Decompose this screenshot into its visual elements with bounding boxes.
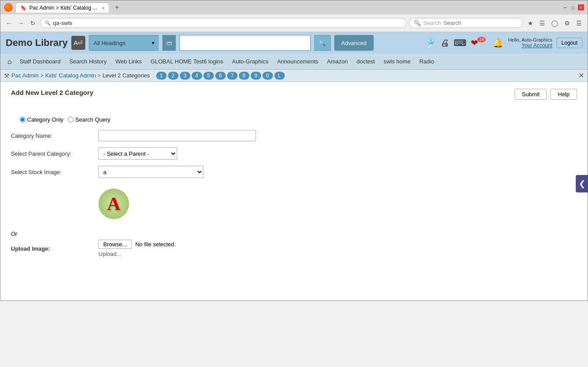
nav-auto-graphics[interactable]: Auto-Graphics: [228, 55, 273, 68]
refresh-button[interactable]: ↻: [28, 18, 37, 28]
page-pill-7[interactable]: 7: [227, 72, 238, 80]
select-stock-dropdown[interactable]: a: [98, 166, 203, 178]
breadcrumb-sep-1: >: [40, 73, 43, 79]
page-pill-3[interactable]: 3: [180, 72, 190, 80]
main-search-input[interactable]: [179, 35, 311, 51]
advanced-search-button[interactable]: Advanced: [334, 35, 374, 51]
page-pill-1[interactable]: 1: [156, 72, 167, 80]
active-tab[interactable]: 🔖 Pac Admin > Kids' Catalog Adm ×: [15, 3, 109, 13]
new-tab-button[interactable]: +: [111, 2, 122, 13]
address-bar[interactable]: 🔍 qa-swls: [40, 18, 406, 28]
page-pill-6[interactable]: 6: [215, 72, 226, 80]
nav-staff-dashboard[interactable]: Staff Dashboard: [15, 55, 65, 68]
page-pill-4[interactable]: 4: [192, 72, 202, 80]
browser-search-bar[interactable]: 🔍 Search: [409, 18, 523, 28]
address-text: qa-swls: [53, 20, 402, 26]
database-icon-button[interactable]: 🗃: [162, 35, 176, 51]
breadcrumb-bar: ⚒ Pac Admin > Kids' Catalog Admin > Leve…: [0, 70, 588, 82]
user-info[interactable]: Hello, Auto-Graphics Your Account: [508, 37, 552, 49]
page-title: Add New Level 2 Category: [11, 89, 93, 96]
nav-doctest[interactable]: doctest: [352, 55, 379, 68]
breadcrumb-pac-admin[interactable]: Pac Admin: [11, 72, 38, 79]
upload-link[interactable]: Upload...: [98, 251, 121, 257]
page-pill-8[interactable]: 8: [239, 72, 249, 80]
breadcrumb-close-button[interactable]: ✕: [578, 71, 584, 80]
account-link[interactable]: Your Account: [508, 42, 552, 49]
reader-view-button[interactable]: ☰: [537, 18, 547, 28]
browse-button[interactable]: Browse...: [98, 240, 132, 249]
breadcrumb-kids-catalog[interactable]: Kids' Catalog Admin: [45, 72, 96, 79]
close-button[interactable]: ×: [578, 4, 584, 10]
back-button[interactable]: ←: [4, 18, 14, 28]
balloon-icon[interactable]: 🎐: [425, 38, 436, 48]
page-pill-2[interactable]: 2: [168, 72, 178, 80]
nav-amazon[interactable]: Amazon: [322, 55, 352, 68]
radio-category-only[interactable]: Category Only: [20, 116, 63, 123]
browser-search-input[interactable]: [443, 20, 518, 26]
heart-badge: 14: [477, 37, 486, 42]
submit-button[interactable]: Submit: [514, 89, 547, 100]
radio-category-only-label: Category Only: [27, 116, 63, 123]
tab-close-button[interactable]: ×: [102, 5, 105, 10]
upload-row: Upload Image: Browse... No file selected…: [11, 240, 577, 257]
nav-announcements[interactable]: Announcements: [273, 55, 322, 68]
category-name-input[interactable]: [98, 130, 256, 141]
search-type-wrapper: All Headings: [89, 35, 159, 51]
page-pill-L[interactable]: L: [274, 72, 285, 80]
nav-menu: ⌂ Staff Dashboard Search History Web Lin…: [0, 54, 588, 70]
select-parent-dropdown[interactable]: - Select a Parent -: [98, 147, 177, 160]
nav-web-links[interactable]: Web Links: [111, 55, 146, 68]
page-pill-0[interactable]: 0: [262, 72, 273, 80]
page-pill-9[interactable]: 9: [251, 72, 261, 80]
upload-controls: Browse... No file selected. Upload...: [98, 240, 176, 257]
bookmarks-star-button[interactable]: ★: [525, 18, 536, 28]
image-preview-area: A: [98, 189, 129, 219]
printer-icon[interactable]: 🖨: [441, 38, 449, 48]
forward-button[interactable]: →: [16, 18, 26, 28]
minimize-button[interactable]: ─: [562, 4, 568, 10]
a-logo-letter: A: [107, 193, 120, 214]
file-name-text: No file selected.: [135, 241, 176, 248]
radio-category-only-input[interactable]: [20, 117, 25, 122]
nav-global-home[interactable]: GLOBAL HOME Test6 logins: [146, 55, 228, 68]
page-pill-5[interactable]: 5: [203, 72, 214, 80]
bell-icon[interactable]: 🔔: [493, 38, 504, 48]
sidebar-toggle-button[interactable]: ❮: [576, 175, 588, 192]
library-name: Demo Library: [6, 37, 68, 49]
radio-search-query-label: Search Query: [75, 116, 110, 123]
extensions-button[interactable]: ⚙: [562, 18, 572, 28]
translate-icon[interactable]: A⏎: [71, 36, 85, 50]
category-name-row: Category Name:: [11, 130, 577, 141]
main-search-button[interactable]: 🔍: [314, 35, 331, 51]
help-button[interactable]: Help: [550, 89, 577, 100]
select-stock-row: Select Stock Image: a: [11, 166, 577, 178]
search-type-select[interactable]: All Headings: [89, 35, 159, 51]
search-icon: 🔍: [318, 40, 326, 46]
icon-group-2: 🖨: [441, 38, 449, 48]
greeting-text: Hello, Auto-Graphics: [508, 37, 552, 42]
nav-search-history[interactable]: Search History: [65, 55, 111, 68]
icon-group-1: 🎐: [425, 38, 436, 48]
tab-title: Pac Admin > Kids' Catalog Adm: [29, 5, 99, 11]
icon-group-3: ⌨: [454, 38, 466, 48]
radio-search-query[interactable]: Search Query: [68, 116, 110, 123]
keyboard-icon[interactable]: ⌨: [454, 38, 466, 48]
header-right: 🎐 🖨 ⌨ ❤ 14 🔔 Hello, Auto-Graphics Your A…: [425, 37, 582, 49]
nav-bar: ← → ↻ 🔍 qa-swls 🔍 Search ★ ☰ ◯ ⚙ ☰: [0, 14, 588, 32]
title-bar: 🔖 Pac Admin > Kids' Catalog Adm × + ─ □ …: [0, 0, 588, 14]
logout-button[interactable]: Logout: [556, 38, 582, 48]
breadcrumb-current: Level 2 Categories: [102, 72, 150, 79]
select-parent-row: Select Parent Category: - Select a Paren…: [11, 147, 577, 160]
icon-group-4: ❤ 14: [471, 38, 488, 48]
nav-radio[interactable]: Radio: [415, 55, 438, 68]
nav-icons: ★ ☰ ◯ ⚙ ☰: [525, 18, 584, 28]
pocket-button[interactable]: ◯: [549, 18, 560, 28]
home-icon[interactable]: ⌂: [4, 54, 15, 69]
or-text: Or: [11, 231, 577, 237]
nav-swls-home[interactable]: swls home: [379, 55, 415, 68]
maximize-button[interactable]: □: [570, 4, 576, 10]
radio-search-query-input[interactable]: [68, 117, 74, 122]
menu-button[interactable]: ☰: [574, 18, 584, 28]
stock-image-preview: A: [98, 189, 129, 219]
tab-favicon: 🔖: [20, 5, 27, 11]
